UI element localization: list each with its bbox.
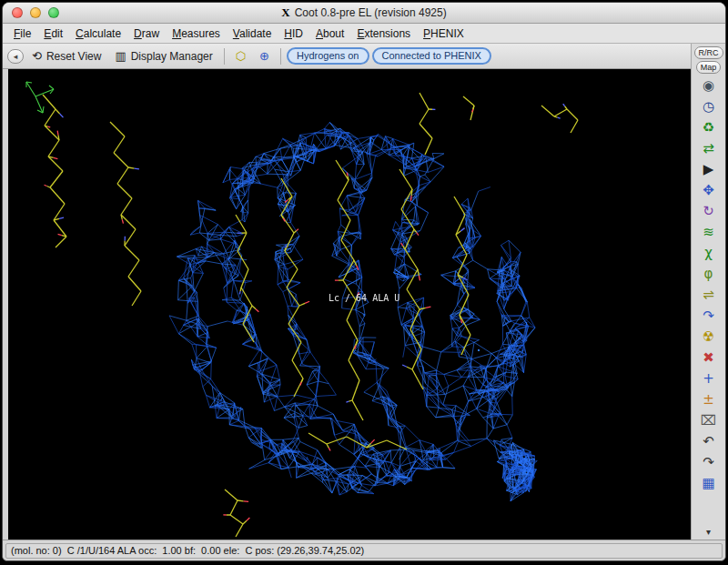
phenix-connection-button[interactable]: Connected to PHENIX	[372, 47, 491, 65]
coot-window: X Coot 0.8-pre EL (revision 4925) FileEd…	[2, 2, 726, 561]
redo-icon[interactable]: ↷	[696, 452, 721, 473]
regularize-zone-icon[interactable]: ⇄	[696, 138, 721, 159]
display-settings-icon[interactable]: ▦	[696, 473, 721, 494]
content-row: ◂ ⟲ Reset View ▥ Display Manager ⬡ ⊕ Hyd…	[3, 44, 725, 540]
menu-item-hid[interactable]: HID	[278, 25, 309, 42]
mutate-icon[interactable]: ✖	[696, 348, 721, 368]
add-alt-conf-icon[interactable]: ±	[696, 389, 721, 410]
main-toolbar: ◂ ⟲ Reset View ▥ Display Manager ⬡ ⊕ Hyd…	[3, 44, 691, 69]
pointer-icon[interactable]: ▶	[696, 159, 721, 180]
molecule-canvas[interactable]	[8, 69, 691, 540]
window-title: X Coot 0.8-pre EL (revision 4925)	[281, 5, 446, 20]
torsion-general-icon[interactable]: φ	[696, 264, 721, 285]
toolbar-overflow-button[interactable]: ◂	[7, 49, 24, 64]
auto-fit-rotamer-icon[interactable]: ☢	[696, 327, 721, 348]
menubar-items: FileEditCalculateDrawMeasuresValidateHID…	[3, 24, 725, 44]
menu-item-edit[interactable]: Edit	[37, 25, 69, 42]
menu-item-file[interactable]: File	[7, 25, 37, 42]
rigid-body-fit-icon[interactable]: ✥	[696, 180, 721, 201]
menu-item-extensions[interactable]: Extensions	[350, 25, 417, 42]
rrc-button[interactable]: R/RC	[694, 46, 723, 59]
menu-item-about[interactable]: About	[309, 25, 350, 42]
ligand-icon: ⬡	[236, 50, 246, 62]
real-space-refine-icon[interactable]: ♻	[696, 117, 721, 138]
display-manager-button[interactable]: ▥ Display Manager	[109, 48, 217, 65]
reset-view-button[interactable]: ⟲ Reset View	[26, 48, 106, 65]
close-button[interactable]	[12, 7, 23, 18]
rotate-translate-icon[interactable]: ↻	[696, 201, 721, 222]
menu-item-validate[interactable]: Validate	[227, 25, 278, 42]
x11-icon: X	[281, 5, 289, 20]
status-bar: (mol. no: 0) C /1/U/164 ALA occ: 1.00 bf…	[3, 540, 725, 560]
menu-item-measures[interactable]: Measures	[166, 25, 227, 42]
map-button[interactable]: Map	[696, 61, 722, 74]
toolbar-separator	[280, 48, 281, 65]
rotamers-icon[interactable]: ≋	[696, 222, 721, 243]
status-text: (mol. no: 0) C /1/U/164 ALA occ: 1.00 bf…	[5, 543, 723, 559]
menu-item-draw[interactable]: Draw	[127, 25, 166, 42]
timer-icon[interactable]: ◷	[696, 96, 721, 117]
idle-function-icon[interactable]: ◉	[696, 76, 721, 96]
title-bar: X Coot 0.8-pre EL (revision 4925)	[3, 3, 725, 24]
delete-icon[interactable]: ⌧	[696, 410, 721, 431]
goto-ligand-button[interactable]: ⬡	[230, 48, 251, 64]
menu-item-phenix[interactable]: PHENIX	[417, 25, 470, 42]
hydrogens-toggle-button[interactable]: Hydrogens on	[287, 47, 369, 65]
flip-peptide-icon[interactable]: ⇌	[696, 285, 721, 306]
model-toolbar-icons: ◉◷♻⇄▶✥↻≋χφ⇌↷☢✖+±⌧↶↷▦	[696, 76, 721, 494]
side-chain-180-flip-icon[interactable]: ↷	[696, 306, 721, 327]
window-title-text: Coot 0.8-pre EL (revision 4925)	[295, 6, 447, 19]
goto-atom-icon: ⊕	[259, 50, 269, 62]
menu-item-calculate[interactable]: Calculate	[69, 25, 127, 42]
edit-chi-angles-icon[interactable]: χ	[696, 243, 721, 264]
display-manager-icon: ▥	[115, 50, 126, 62]
reset-view-icon: ⟲	[32, 50, 42, 62]
graphics-area	[8, 69, 691, 540]
toolbar-scroll-down-button[interactable]: ▾	[706, 527, 711, 540]
add-terminal-residue-icon[interactable]: +	[696, 368, 721, 389]
minimize-button[interactable]	[30, 7, 41, 18]
traffic-lights	[12, 7, 59, 18]
goto-atom-button[interactable]: ⊕	[254, 48, 275, 64]
reset-view-label: Reset View	[46, 50, 101, 63]
undo-icon[interactable]: ↶	[696, 431, 721, 452]
zoom-button[interactable]	[48, 7, 59, 18]
display-manager-label: Display Manager	[131, 50, 213, 63]
model-fit-refine-toolbar: R/RC Map ◉◷♻⇄▶✥↻≋χφ⇌↷☢✖+±⌧↶↷▦ ▾	[691, 44, 725, 540]
toolbar-separator	[224, 48, 225, 65]
left-column: ◂ ⟲ Reset View ▥ Display Manager ⬡ ⊕ Hyd…	[3, 44, 691, 540]
